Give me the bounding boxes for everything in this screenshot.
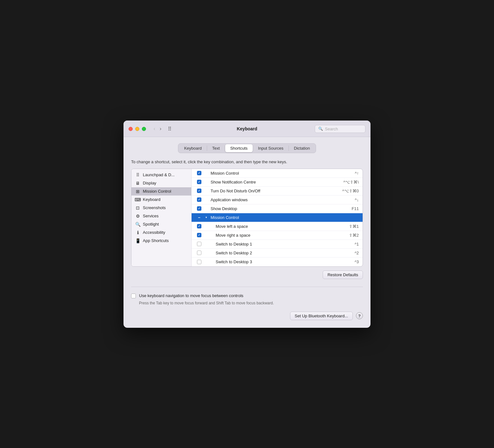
keyboard-window: ‹ › ⠿ Keyboard 🔍 Keyboard Text Shortcuts… (124, 121, 370, 328)
tab-shortcuts[interactable]: Shortcuts (225, 144, 253, 152)
checkbox-switch-desktop-1[interactable] (197, 242, 201, 246)
label-turn-dnd: Turn Do Not Disturb On/Off (209, 189, 333, 193)
checkbox-move-right[interactable] (197, 233, 201, 237)
keyboard-icon: ⌨ (135, 197, 140, 202)
checkbox-area-show-notification (195, 180, 203, 184)
search-icon: 🔍 (318, 127, 323, 131)
shortcut-row-switch-desktop-2[interactable]: Switch to Desktop 2 ^2 (192, 249, 363, 258)
checkbox-area-turn-dnd (195, 189, 203, 193)
shortcut-row-move-left[interactable]: Move left a space ⇧⌘1 (192, 222, 363, 231)
checkbox-switch-desktop-2[interactable] (197, 251, 201, 255)
checkbox-show-desktop[interactable] (197, 206, 201, 211)
shortcut-row-app-windows[interactable]: Application windows ^↓ (192, 196, 363, 204)
checkbox-area-mission-control-group: − (195, 215, 203, 220)
label-switch-desktop-2: Switch to Desktop 2 (209, 251, 333, 255)
sidebar-item-services[interactable]: ⚙ Services (131, 212, 191, 220)
sidebar-label-display: Display (143, 181, 156, 185)
sidebar-item-spotlight[interactable]: 🔍 Spotlight (131, 220, 191, 228)
restore-defaults-container: Restore Defaults (131, 271, 363, 279)
label-app-windows: Application windows (209, 197, 333, 202)
checkbox-area-switch-desktop-1 (195, 242, 203, 246)
label-mission-control-main: Mission Control (209, 171, 333, 176)
key-switch-desktop-2: ^2 (333, 251, 359, 255)
label-switch-desktop-3: Switch to Desktop 3 (209, 259, 333, 264)
shortcut-row-show-notification[interactable]: Show Notification Centre ^⌥⇧⌘\ (192, 178, 363, 187)
restore-defaults-button[interactable]: Restore Defaults (323, 271, 363, 279)
sidebar-item-display[interactable]: 🖥 Display (131, 179, 191, 187)
titlebar: ‹ › ⠿ Keyboard 🔍 (124, 121, 370, 137)
checkbox-switch-desktop-3[interactable] (197, 260, 201, 264)
checkbox-show-notification[interactable] (197, 180, 201, 184)
tab-group: Keyboard Text Shortcuts Input Sources Di… (178, 143, 316, 153)
label-show-notification: Show Notification Centre (209, 180, 333, 184)
label-move-left: Move left a space (209, 224, 333, 229)
checkbox-area-mission-control-main (195, 171, 203, 175)
checkbox-turn-dnd[interactable] (197, 189, 201, 193)
key-move-right: ⇧⌘2 (333, 233, 359, 238)
content-area: Keyboard Text Shortcuts Input Sources Di… (124, 137, 370, 328)
tab-text[interactable]: Text (207, 144, 225, 152)
traffic-lights (129, 127, 146, 131)
shortcut-row-mission-control-group[interactable]: − ▾ Mission Control (192, 213, 363, 222)
shortcut-row-switch-desktop-3[interactable]: Switch to Desktop 3 ^3 (192, 258, 363, 266)
key-switch-desktop-1: ^1 (333, 242, 359, 246)
shortcut-row-mission-control-main[interactable]: Mission Control ^↑ (192, 169, 363, 178)
key-show-desktop: F11 (333, 206, 359, 211)
sidebar-label-launchpad: Launchpad & D... (143, 172, 174, 177)
tab-keyboard[interactable]: Keyboard (179, 144, 207, 152)
tab-dictation[interactable]: Dictation (289, 144, 315, 152)
search-box: 🔍 (315, 125, 365, 133)
sidebar-item-keyboard[interactable]: ⌨ Keyboard (131, 196, 191, 204)
sidebar-item-mission-control[interactable]: ⊞ Mission Control (131, 187, 191, 196)
search-input[interactable] (325, 127, 362, 131)
app-grid-icon: ⠿ (168, 126, 172, 132)
checkbox-area-app-windows (195, 197, 203, 202)
key-move-left: ⇧⌘1 (333, 224, 359, 229)
checkbox-mission-control-main[interactable] (197, 171, 201, 175)
checkbox-area-show-desktop (195, 206, 203, 211)
help-button[interactable]: ? (356, 312, 363, 319)
shortcut-row-switch-desktop-1[interactable]: Switch to Desktop 1 ^1 (192, 240, 363, 249)
keyboard-nav-sublabel: Press the Tab key to move focus forward … (139, 301, 363, 305)
shortcuts-panel: ⠿ Launchpad & D... 🖥 Display ⊞ Mission C… (131, 169, 363, 267)
keyboard-nav-label: Use keyboard navigation to move focus be… (139, 293, 244, 298)
back-button[interactable]: ‹ (152, 126, 156, 132)
checkbox-area-move-left (195, 224, 203, 228)
spotlight-icon: 🔍 (135, 222, 140, 227)
label-mission-control-group: Mission Control (209, 215, 333, 220)
sidebar-item-app-shortcuts[interactable]: 📱 App Shortcuts (131, 237, 191, 245)
sidebar-item-screenshots[interactable]: ⊡ Screenshots (131, 204, 191, 212)
label-switch-desktop-1: Switch to Desktop 1 (209, 242, 333, 246)
sidebar-label-spotlight: Spotlight (143, 222, 159, 227)
key-app-windows: ^↓ (333, 197, 359, 202)
sidebar-label-screenshots: Screenshots (143, 205, 166, 210)
forward-button[interactable]: › (158, 126, 162, 132)
key-switch-desktop-3: ^3 (333, 259, 359, 264)
minus-icon: − (198, 215, 200, 220)
shortcut-row-show-desktop[interactable]: Show Desktop F11 (192, 204, 363, 213)
sidebar-item-launchpad[interactable]: ⠿ Launchpad & D... (131, 171, 191, 179)
checkbox-app-windows[interactable] (197, 197, 201, 202)
bluetooth-keyboard-button[interactable]: Set Up Bluetooth Keyboard... (290, 312, 353, 320)
sidebar: ⠿ Launchpad & D... 🖥 Display ⊞ Mission C… (131, 169, 192, 266)
label-move-right: Move right a space (209, 233, 333, 238)
expand-mission-control-group[interactable]: ▾ (203, 216, 209, 219)
close-button[interactable] (129, 127, 133, 131)
key-turn-dnd: ^⌥⇧⌘0 (333, 189, 359, 193)
sidebar-label-app-shortcuts: App Shortcuts (143, 238, 169, 243)
shortcut-row-turn-dnd[interactable]: Turn Do Not Disturb On/Off ^⌥⇧⌘0 (192, 187, 363, 196)
checkbox-move-left[interactable] (197, 224, 201, 228)
keyboard-nav-checkbox[interactable] (131, 294, 136, 298)
shortcut-row-move-right[interactable]: Move right a space ⇧⌘2 (192, 231, 363, 240)
checkbox-area-switch-desktop-2 (195, 251, 203, 255)
keyboard-nav-row: Use keyboard navigation to move focus be… (131, 293, 363, 298)
shortcuts-list: Mission Control ^↑ Show Notification Cen… (192, 169, 363, 266)
tabs-container: Keyboard Text Shortcuts Input Sources Di… (131, 143, 363, 153)
app-shortcuts-icon: 📱 (135, 238, 140, 243)
minimize-button[interactable] (135, 127, 139, 131)
maximize-button[interactable] (142, 127, 146, 131)
tab-input-sources[interactable]: Input Sources (253, 144, 288, 152)
key-mission-control-main: ^↑ (333, 171, 359, 176)
label-show-desktop: Show Desktop (209, 206, 333, 211)
sidebar-item-accessibility[interactable]: ℹ Accessibility (131, 228, 191, 237)
